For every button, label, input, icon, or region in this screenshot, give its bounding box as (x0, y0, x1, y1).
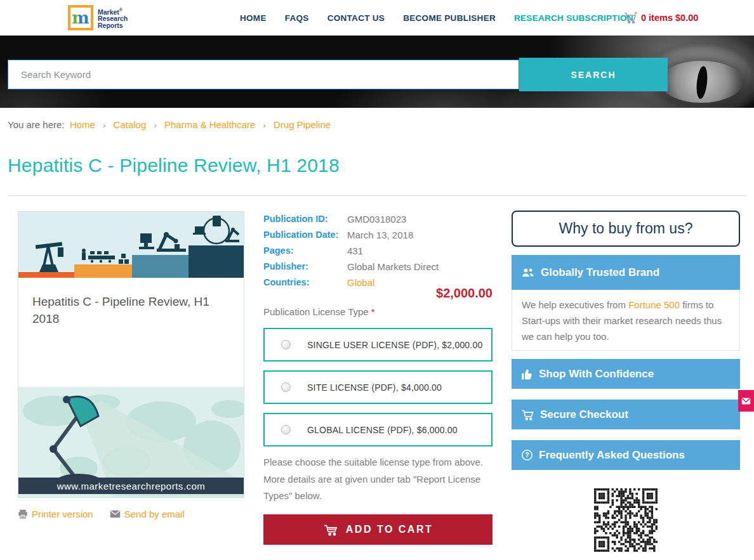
breadcrumb-home[interactable]: Home (70, 119, 95, 130)
sidebar-item-shop-with-confidence[interactable]: Shop With Confidence (512, 359, 740, 389)
detail-row: Publication ID: GMD0318023 (263, 211, 493, 227)
nav-contact-us[interactable]: CONTACT US (327, 13, 385, 23)
publication-date: March 13, 2018 (347, 227, 413, 243)
nav-become-publisher[interactable]: BECOME PUBLISHER (403, 13, 496, 23)
search-banner: SEARCH (0, 36, 754, 108)
logo-wordmark: Market® Research Reports (98, 6, 128, 30)
radio-site[interactable] (281, 382, 291, 392)
cart-icon (623, 11, 637, 24)
lamp-illustration: www.marketresearchreports.com (18, 387, 244, 497)
publication-id: GMD0318023 (347, 211, 406, 227)
main-nav: HOME FAQS CONTACT US BECOME PUBLISHER RE… (240, 0, 633, 36)
breadcrumb-pharma-healthcare[interactable]: Pharma & Healthcare (164, 119, 255, 130)
sidebar-item-globally-trusted-brand[interactable]: Globally Trusted Brand (512, 255, 740, 290)
license-note: Please choose the suitable license type … (263, 454, 493, 505)
page-title: Hepatitis C - Pipeline Review, H1 2018 (8, 155, 340, 176)
breadcrumb: You are here: Home › Catalog › Pharma & … (8, 119, 331, 130)
product-cover-image: Hepatitis C - Pipeline Review, H1 2018 (18, 211, 244, 498)
search-button[interactable]: SEARCH (519, 58, 668, 91)
detail-row: Publication Date: March 13, 2018 (263, 227, 493, 243)
question-icon: ? (521, 449, 533, 461)
search-input[interactable] (8, 60, 519, 89)
detail-row: Pages: 431 (263, 243, 493, 259)
thumbs-up-icon (521, 368, 533, 380)
cat-eye-decoration (660, 61, 743, 103)
printer-version-link[interactable]: Printer version (18, 509, 93, 519)
nav-home[interactable]: HOME (240, 13, 267, 23)
users-icon (521, 267, 535, 278)
cart-icon (521, 409, 534, 420)
product-actions: Printer version Send by email (18, 509, 185, 519)
svg-text:?: ? (525, 452, 529, 459)
license-option-global[interactable]: GLOBAL LICENSE (PDF), $6,000.00 (263, 413, 493, 446)
website-banner: www.marketresearchreports.com (18, 478, 244, 494)
sidebar-item-faq[interactable]: ? Frequently Asked Questions (512, 440, 740, 470)
radio-single-user[interactable] (281, 340, 291, 349)
cart-status[interactable]: 0 items $0.00 (623, 0, 698, 36)
email-icon (110, 510, 121, 518)
pages-count: 431 (347, 243, 363, 259)
license-option-site[interactable]: SITE LICENSE (PDF), $4,000.00 (263, 370, 493, 404)
license-type-label: Publication License Type * (263, 306, 375, 317)
detail-row: Publisher: Global Markets Direct (263, 259, 493, 275)
logo-mark: m (68, 5, 93, 30)
envelope-icon (741, 398, 751, 405)
add-to-cart-button[interactable]: ADD TO CART (263, 514, 493, 545)
license-option-single-user[interactable]: SINGLE USER LICENSE (PDF), $2,000.00 (263, 328, 493, 361)
cart-icon (323, 523, 338, 536)
countries-link[interactable]: Global (347, 275, 374, 290)
publication-details: Publication ID: GMD0318023 Publication D… (263, 211, 493, 290)
cart-count-label: 0 items $0.00 (641, 13, 698, 23)
why-buy-box: Why to buy from us? (512, 211, 740, 247)
required-asterisk: * (371, 306, 375, 317)
nav-faqs[interactable]: FAQS (285, 13, 309, 23)
divider (8, 195, 746, 196)
breadcrumb-prefix: You are here: (8, 119, 65, 130)
nav-research-subscription[interactable]: RESEARCH SUBSCRIPTION (514, 13, 633, 23)
industry-illustration (18, 212, 244, 278)
sidebar-item-secure-checkout[interactable]: Secure Checkout (512, 400, 740, 429)
price: $2,000.00 (436, 286, 493, 301)
radio-global[interactable] (281, 425, 291, 434)
printer-icon (18, 509, 28, 519)
top-bar: m Market® Research Reports HOME FAQS CON… (0, 0, 754, 36)
breadcrumb-drug-pipeline[interactable]: Drug Pipeline (274, 119, 331, 130)
publisher-name: Global Markets Direct (347, 259, 439, 275)
qr-code (594, 488, 658, 552)
logo-monogram: m (72, 10, 89, 26)
trusted-brand-text: We help executives from Fortune 500 firm… (512, 290, 740, 351)
breadcrumb-catalog[interactable]: Catalog (114, 119, 147, 130)
fortune-500-link[interactable]: Fortune 500 (628, 299, 680, 310)
cover-title: Hepatitis C - Pipeline Review, H1 2018 (18, 278, 244, 387)
page: m Market® Research Reports HOME FAQS CON… (0, 0, 754, 560)
email-feedback-tab[interactable] (738, 390, 754, 412)
site-logo[interactable]: m Market® Research Reports (68, 5, 128, 30)
send-by-email-link[interactable]: Send by email (110, 509, 185, 519)
